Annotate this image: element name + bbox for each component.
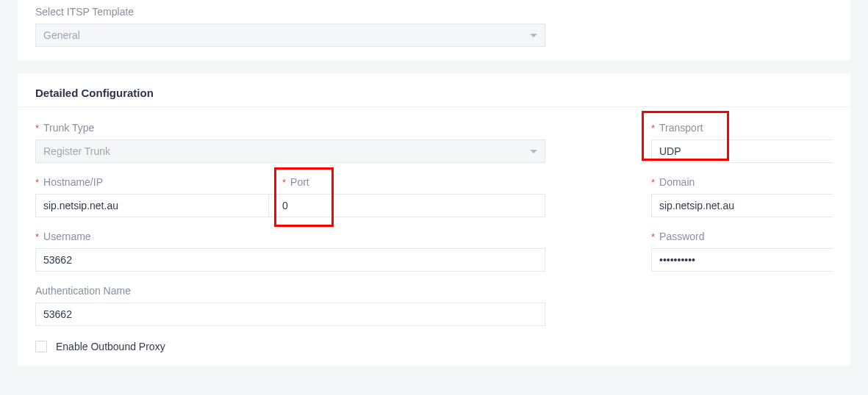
chevron-down-icon <box>530 150 537 153</box>
required-indicator: * <box>651 123 655 133</box>
chevron-down-icon <box>530 34 537 37</box>
required-indicator: * <box>282 178 286 187</box>
section-title: Detailed Configuration <box>18 73 850 107</box>
username-input[interactable] <box>35 248 545 272</box>
password-input[interactable] <box>651 248 833 272</box>
port-label: Port <box>290 176 309 188</box>
transport-select[interactable]: UDP <box>651 139 833 163</box>
hostname-label: Hostname/IP <box>43 176 103 188</box>
trunk-type-label: Trunk Type <box>43 122 94 134</box>
domain-input[interactable] <box>651 194 833 217</box>
required-indicator: * <box>651 232 655 242</box>
itsp-template-label: Select ITSP Template <box>35 6 134 18</box>
required-indicator: * <box>651 178 655 187</box>
username-label: Username <box>43 231 91 242</box>
domain-label: Domain <box>659 176 695 188</box>
trunk-type-select[interactable]: Register Trunk <box>35 139 545 163</box>
port-input[interactable] <box>269 194 545 217</box>
enable-outbound-proxy-label: Enable Outbound Proxy <box>56 341 165 352</box>
transport-value: UDP <box>659 145 681 157</box>
transport-label: Transport <box>659 122 703 134</box>
authname-input[interactable] <box>35 302 545 326</box>
password-label: Password <box>659 231 704 242</box>
required-indicator: * <box>35 178 39 187</box>
required-indicator: * <box>35 232 39 242</box>
required-indicator: * <box>35 123 39 133</box>
itsp-template-value: General <box>43 29 80 41</box>
hostname-input[interactable] <box>35 194 269 217</box>
trunk-type-value: Register Trunk <box>43 145 110 157</box>
enable-outbound-proxy-checkbox[interactable] <box>35 341 47 352</box>
authname-label: Authentication Name <box>35 285 131 297</box>
itsp-template-select[interactable]: General <box>35 23 545 47</box>
